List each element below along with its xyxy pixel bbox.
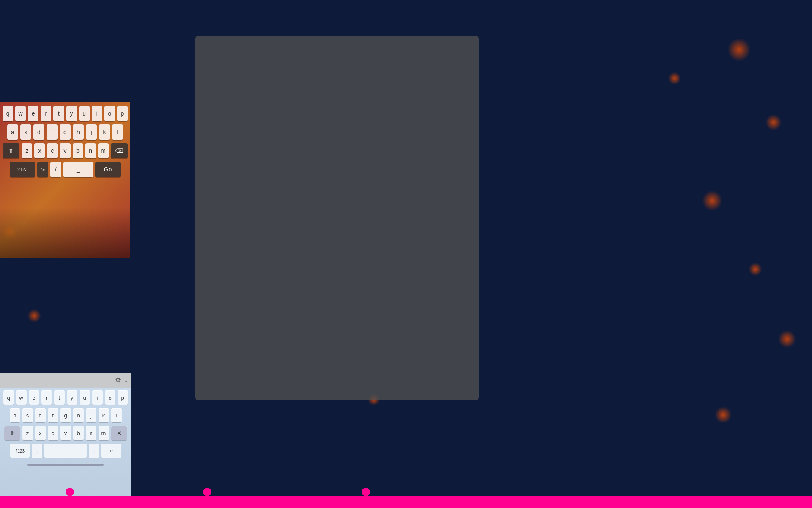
- g2-key-bs[interactable]: ✕: [111, 426, 127, 440]
- g2-key-num[interactable]: ?123: [10, 444, 30, 458]
- key-l[interactable]: l: [112, 124, 123, 140]
- key-j[interactable]: j: [86, 124, 97, 140]
- g2-key-z[interactable]: z: [22, 426, 33, 440]
- key-g[interactable]: g: [60, 124, 71, 140]
- g2-key-t[interactable]: t: [54, 390, 65, 405]
- key-u[interactable]: u: [79, 106, 90, 121]
- g2-key-e[interactable]: e: [29, 390, 39, 405]
- key-q[interactable]: q: [3, 106, 13, 121]
- key-a[interactable]: a: [7, 124, 18, 140]
- key-backspace[interactable]: ⌫: [111, 143, 128, 158]
- key-k[interactable]: k: [99, 124, 110, 140]
- g2-key-k[interactable]: k: [99, 408, 109, 422]
- key-h[interactable]: h: [73, 124, 84, 140]
- key-space[interactable]: _: [63, 162, 93, 177]
- key-slash[interactable]: /: [50, 162, 61, 177]
- phone1-keyboard[interactable]: q w e r t y u i o p a s d f g h j k l ⇧ …: [0, 102, 130, 258]
- g2-key-comma[interactable]: ,: [32, 444, 42, 458]
- key-s[interactable]: s: [20, 124, 31, 140]
- bottom-circle-2: [203, 488, 211, 496]
- g2-key-s[interactable]: s: [22, 408, 33, 422]
- g2-key-r[interactable]: r: [41, 390, 52, 405]
- g2-key-c[interactable]: c: [48, 426, 58, 440]
- key-o[interactable]: o: [104, 106, 115, 121]
- g2-key-period[interactable]: .: [89, 444, 99, 458]
- g2-key-o[interactable]: o: [105, 390, 115, 405]
- spacebar-indicator: [27, 464, 104, 466]
- key-n[interactable]: n: [85, 143, 96, 158]
- key-i[interactable]: i: [92, 106, 102, 121]
- phone1-silhouette: [0, 207, 130, 258]
- g2-key-n[interactable]: n: [86, 426, 96, 440]
- g2-key-shift[interactable]: ⇧: [4, 426, 20, 440]
- key-c[interactable]: c: [47, 143, 58, 158]
- key-r[interactable]: r: [41, 106, 51, 121]
- key-d[interactable]: d: [33, 124, 44, 140]
- key-emoji[interactable]: ☺: [37, 162, 48, 177]
- key-go[interactable]: Go: [95, 162, 121, 177]
- g2-key-x[interactable]: x: [35, 426, 46, 440]
- g2-key-d[interactable]: d: [35, 408, 46, 422]
- bottom-circle-1: [66, 488, 74, 496]
- key-z[interactable]: z: [22, 143, 32, 158]
- key-m[interactable]: m: [98, 143, 109, 158]
- g2-key-y[interactable]: y: [67, 390, 77, 405]
- g2-key-a[interactable]: a: [10, 408, 20, 422]
- key-x[interactable]: x: [34, 143, 45, 158]
- key-b[interactable]: b: [73, 143, 83, 158]
- key-shift[interactable]: ⇧: [3, 143, 19, 158]
- gray-overlay: [195, 36, 479, 400]
- g2-key-g[interactable]: g: [60, 408, 71, 422]
- g2-key-space[interactable]: ___: [44, 444, 87, 458]
- g2-key-u[interactable]: u: [80, 390, 90, 405]
- g2-key-l[interactable]: l: [111, 408, 122, 422]
- g2-key-j[interactable]: j: [86, 408, 96, 422]
- phone2-keyboard-toolbar: ⚙ ↓: [0, 373, 131, 388]
- g2-key-b[interactable]: b: [73, 426, 84, 440]
- key-p[interactable]: p: [117, 106, 128, 121]
- key-e[interactable]: e: [28, 106, 38, 121]
- key-t[interactable]: t: [53, 106, 64, 121]
- g2-key-i[interactable]: i: [92, 390, 103, 405]
- key-w[interactable]: w: [15, 106, 26, 121]
- g2-key-m[interactable]: m: [99, 426, 109, 440]
- g2-key-f[interactable]: f: [48, 408, 58, 422]
- g2-key-h[interactable]: h: [73, 408, 84, 422]
- g2-key-v[interactable]: v: [60, 426, 71, 440]
- key-v[interactable]: v: [60, 143, 70, 158]
- phone2-arrows-icon[interactable]: ↓: [124, 376, 128, 384]
- g2-key-enter[interactable]: ↵: [102, 444, 121, 458]
- pink-bottom-bar: [0, 496, 812, 508]
- key-num[interactable]: ?123: [10, 162, 35, 177]
- bottom-circle-3: [362, 488, 370, 496]
- g2-key-q[interactable]: q: [3, 390, 14, 405]
- g2-key-p[interactable]: p: [118, 390, 128, 405]
- phone2-keyboard[interactable]: ⚙ ↓ q w e r t y u i o p a s d f g h j k …: [0, 373, 131, 508]
- key-f[interactable]: f: [47, 124, 58, 140]
- phone2-settings-icon[interactable]: ⚙: [115, 376, 121, 384]
- g2-key-w[interactable]: w: [16, 390, 27, 405]
- key-y[interactable]: y: [66, 106, 77, 121]
